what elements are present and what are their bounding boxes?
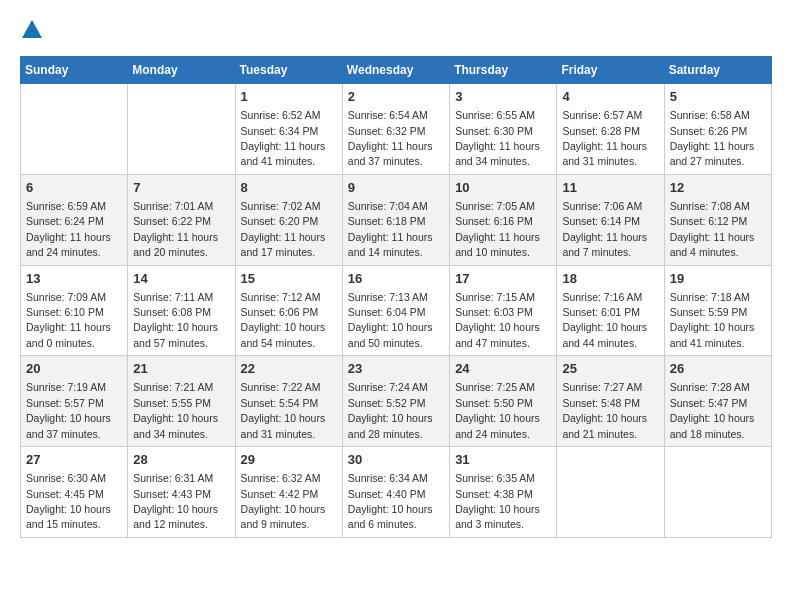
day-number: 19 — [670, 270, 766, 288]
day-info: Sunrise: 6:52 AM Sunset: 6:34 PM Dayligh… — [241, 109, 326, 167]
calendar-day-cell: 27Sunrise: 6:30 AM Sunset: 4:45 PM Dayli… — [21, 447, 128, 538]
day-info: Sunrise: 7:02 AM Sunset: 6:20 PM Dayligh… — [241, 200, 326, 258]
day-info: Sunrise: 7:13 AM Sunset: 6:04 PM Dayligh… — [348, 291, 433, 349]
day-number: 20 — [26, 360, 122, 378]
calendar-day-cell: 26Sunrise: 7:28 AM Sunset: 5:47 PM Dayli… — [664, 356, 771, 447]
day-info: Sunrise: 7:24 AM Sunset: 5:52 PM Dayligh… — [348, 381, 433, 439]
day-info: Sunrise: 7:19 AM Sunset: 5:57 PM Dayligh… — [26, 381, 111, 439]
day-number: 30 — [348, 451, 444, 469]
calendar-day-cell: 10Sunrise: 7:05 AM Sunset: 6:16 PM Dayli… — [450, 174, 557, 265]
calendar-day-cell: 18Sunrise: 7:16 AM Sunset: 6:01 PM Dayli… — [557, 265, 664, 356]
calendar-day-cell: 11Sunrise: 7:06 AM Sunset: 6:14 PM Dayli… — [557, 174, 664, 265]
day-info: Sunrise: 6:34 AM Sunset: 4:40 PM Dayligh… — [348, 472, 433, 530]
calendar-day-cell: 7Sunrise: 7:01 AM Sunset: 6:22 PM Daylig… — [128, 174, 235, 265]
day-info: Sunrise: 7:28 AM Sunset: 5:47 PM Dayligh… — [670, 381, 755, 439]
day-number: 31 — [455, 451, 551, 469]
day-number: 4 — [562, 88, 658, 106]
calendar-week-row: 6Sunrise: 6:59 AM Sunset: 6:24 PM Daylig… — [21, 174, 772, 265]
calendar-day-cell: 17Sunrise: 7:15 AM Sunset: 6:03 PM Dayli… — [450, 265, 557, 356]
day-info: Sunrise: 6:55 AM Sunset: 6:30 PM Dayligh… — [455, 109, 540, 167]
day-info: Sunrise: 6:31 AM Sunset: 4:43 PM Dayligh… — [133, 472, 218, 530]
calendar-day-cell: 20Sunrise: 7:19 AM Sunset: 5:57 PM Dayli… — [21, 356, 128, 447]
day-number: 10 — [455, 179, 551, 197]
day-info: Sunrise: 6:35 AM Sunset: 4:38 PM Dayligh… — [455, 472, 540, 530]
calendar-day-cell: 23Sunrise: 7:24 AM Sunset: 5:52 PM Dayli… — [342, 356, 449, 447]
weekday-header-saturday: Saturday — [664, 57, 771, 84]
day-info: Sunrise: 6:57 AM Sunset: 6:28 PM Dayligh… — [562, 109, 647, 167]
day-info: Sunrise: 7:15 AM Sunset: 6:03 PM Dayligh… — [455, 291, 540, 349]
day-info: Sunrise: 7:01 AM Sunset: 6:22 PM Dayligh… — [133, 200, 218, 258]
weekday-header-friday: Friday — [557, 57, 664, 84]
calendar-day-cell: 21Sunrise: 7:21 AM Sunset: 5:55 PM Dayli… — [128, 356, 235, 447]
calendar-day-cell: 22Sunrise: 7:22 AM Sunset: 5:54 PM Dayli… — [235, 356, 342, 447]
day-number: 22 — [241, 360, 337, 378]
day-number: 9 — [348, 179, 444, 197]
day-number: 18 — [562, 270, 658, 288]
calendar-empty-cell — [557, 447, 664, 538]
logo-triangle-icon — [22, 20, 42, 38]
logo — [20, 20, 42, 40]
day-info: Sunrise: 6:54 AM Sunset: 6:32 PM Dayligh… — [348, 109, 433, 167]
day-number: 26 — [670, 360, 766, 378]
day-info: Sunrise: 6:58 AM Sunset: 6:26 PM Dayligh… — [670, 109, 755, 167]
day-info: Sunrise: 6:30 AM Sunset: 4:45 PM Dayligh… — [26, 472, 111, 530]
day-number: 24 — [455, 360, 551, 378]
day-number: 12 — [670, 179, 766, 197]
day-number: 25 — [562, 360, 658, 378]
calendar-day-cell: 1Sunrise: 6:52 AM Sunset: 6:34 PM Daylig… — [235, 84, 342, 175]
weekday-header-sunday: Sunday — [21, 57, 128, 84]
calendar-table: SundayMondayTuesdayWednesdayThursdayFrid… — [20, 56, 772, 538]
calendar-day-cell: 12Sunrise: 7:08 AM Sunset: 6:12 PM Dayli… — [664, 174, 771, 265]
calendar-day-cell: 8Sunrise: 7:02 AM Sunset: 6:20 PM Daylig… — [235, 174, 342, 265]
day-number: 21 — [133, 360, 229, 378]
day-number: 15 — [241, 270, 337, 288]
calendar-day-cell: 29Sunrise: 6:32 AM Sunset: 4:42 PM Dayli… — [235, 447, 342, 538]
day-number: 6 — [26, 179, 122, 197]
day-info: Sunrise: 7:08 AM Sunset: 6:12 PM Dayligh… — [670, 200, 755, 258]
calendar-day-cell: 16Sunrise: 7:13 AM Sunset: 6:04 PM Dayli… — [342, 265, 449, 356]
day-number: 29 — [241, 451, 337, 469]
day-info: Sunrise: 7:21 AM Sunset: 5:55 PM Dayligh… — [133, 381, 218, 439]
calendar-day-cell: 4Sunrise: 6:57 AM Sunset: 6:28 PM Daylig… — [557, 84, 664, 175]
day-number: 1 — [241, 88, 337, 106]
calendar-week-row: 27Sunrise: 6:30 AM Sunset: 4:45 PM Dayli… — [21, 447, 772, 538]
day-info: Sunrise: 7:16 AM Sunset: 6:01 PM Dayligh… — [562, 291, 647, 349]
day-info: Sunrise: 7:12 AM Sunset: 6:06 PM Dayligh… — [241, 291, 326, 349]
calendar-header-row: SundayMondayTuesdayWednesdayThursdayFrid… — [21, 57, 772, 84]
calendar-day-cell: 30Sunrise: 6:34 AM Sunset: 4:40 PM Dayli… — [342, 447, 449, 538]
day-number: 8 — [241, 179, 337, 197]
day-info: Sunrise: 7:11 AM Sunset: 6:08 PM Dayligh… — [133, 291, 218, 349]
calendar-day-cell: 19Sunrise: 7:18 AM Sunset: 5:59 PM Dayli… — [664, 265, 771, 356]
weekday-header-thursday: Thursday — [450, 57, 557, 84]
day-info: Sunrise: 6:59 AM Sunset: 6:24 PM Dayligh… — [26, 200, 111, 258]
day-number: 2 — [348, 88, 444, 106]
day-number: 7 — [133, 179, 229, 197]
day-info: Sunrise: 7:06 AM Sunset: 6:14 PM Dayligh… — [562, 200, 647, 258]
calendar-day-cell: 25Sunrise: 7:27 AM Sunset: 5:48 PM Dayli… — [557, 356, 664, 447]
calendar-week-row: 20Sunrise: 7:19 AM Sunset: 5:57 PM Dayli… — [21, 356, 772, 447]
day-info: Sunrise: 7:22 AM Sunset: 5:54 PM Dayligh… — [241, 381, 326, 439]
day-number: 23 — [348, 360, 444, 378]
day-number: 3 — [455, 88, 551, 106]
day-number: 11 — [562, 179, 658, 197]
calendar-day-cell: 3Sunrise: 6:55 AM Sunset: 6:30 PM Daylig… — [450, 84, 557, 175]
calendar-day-cell: 9Sunrise: 7:04 AM Sunset: 6:18 PM Daylig… — [342, 174, 449, 265]
calendar-day-cell: 6Sunrise: 6:59 AM Sunset: 6:24 PM Daylig… — [21, 174, 128, 265]
day-number: 27 — [26, 451, 122, 469]
page-header — [20, 20, 772, 40]
calendar-day-cell: 13Sunrise: 7:09 AM Sunset: 6:10 PM Dayli… — [21, 265, 128, 356]
calendar-empty-cell — [21, 84, 128, 175]
day-info: Sunrise: 7:25 AM Sunset: 5:50 PM Dayligh… — [455, 381, 540, 439]
calendar-day-cell: 31Sunrise: 6:35 AM Sunset: 4:38 PM Dayli… — [450, 447, 557, 538]
weekday-header-tuesday: Tuesday — [235, 57, 342, 84]
weekday-header-monday: Monday — [128, 57, 235, 84]
day-number: 14 — [133, 270, 229, 288]
day-info: Sunrise: 7:09 AM Sunset: 6:10 PM Dayligh… — [26, 291, 111, 349]
calendar-empty-cell — [664, 447, 771, 538]
day-info: Sunrise: 6:32 AM Sunset: 4:42 PM Dayligh… — [241, 472, 326, 530]
day-info: Sunrise: 7:18 AM Sunset: 5:59 PM Dayligh… — [670, 291, 755, 349]
day-number: 5 — [670, 88, 766, 106]
day-number: 28 — [133, 451, 229, 469]
day-number: 16 — [348, 270, 444, 288]
calendar-day-cell: 28Sunrise: 6:31 AM Sunset: 4:43 PM Dayli… — [128, 447, 235, 538]
